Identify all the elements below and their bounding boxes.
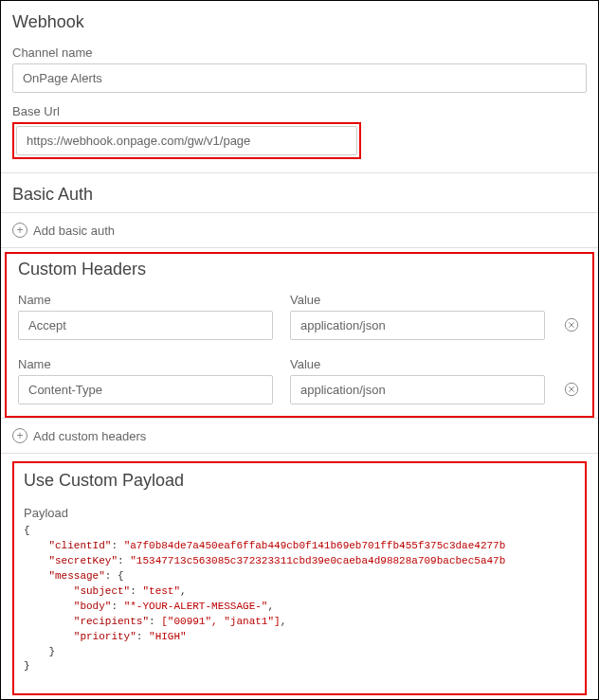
- base-url-label: Base Url: [12, 104, 587, 118]
- add-basic-auth-button[interactable]: + Add basic auth: [1, 213, 598, 247]
- custom-headers-title: Custom Headers: [7, 254, 592, 287]
- header-name-label: Name: [18, 293, 273, 307]
- webhook-title: Webhook: [1, 1, 598, 40]
- payload-label: Payload: [24, 506, 575, 520]
- header-name-input[interactable]: [18, 375, 273, 404]
- close-circle-icon: [564, 317, 579, 332]
- plus-icon: +: [12, 428, 27, 443]
- custom-headers-section: Custom Headers Name Value Name Value: [5, 252, 594, 418]
- header-value-input[interactable]: [290, 311, 545, 340]
- channel-name-input[interactable]: [12, 63, 587, 93]
- header-value-label: Value: [290, 357, 545, 371]
- header-name-label: Name: [18, 357, 273, 371]
- payload-textarea[interactable]: { "clientId": "a7f0b84de7a450eaf6ffab449…: [24, 524, 575, 674]
- basic-auth-title: Basic Auth: [1, 173, 598, 212]
- header-value-label: Value: [290, 293, 545, 307]
- header-value-input[interactable]: [290, 375, 545, 404]
- remove-header-button[interactable]: [562, 310, 581, 340]
- basic-auth-section: Basic Auth + Add basic auth: [1, 173, 598, 248]
- channel-name-label: Channel name: [12, 45, 587, 60]
- header-row: Name Value: [7, 351, 592, 416]
- header-row: Name Value: [7, 287, 592, 351]
- remove-header-button[interactable]: [562, 374, 581, 404]
- base-url-input[interactable]: [16, 126, 357, 155]
- add-custom-headers-label: Add custom headers: [33, 429, 146, 443]
- custom-payload-section: Use Custom Payload Payload { "clientId":…: [1, 454, 598, 700]
- plus-icon: +: [12, 223, 27, 238]
- webhook-section: Webhook Channel name Base Url: [1, 1, 598, 173]
- add-custom-headers-button[interactable]: + Add custom headers: [1, 419, 598, 453]
- header-name-input[interactable]: [18, 311, 273, 340]
- custom-payload-title: Use Custom Payload: [24, 469, 575, 500]
- add-custom-headers-row: + Add custom headers: [1, 418, 598, 454]
- add-basic-auth-label: Add basic auth: [33, 224, 115, 238]
- close-circle-icon: [564, 382, 579, 397]
